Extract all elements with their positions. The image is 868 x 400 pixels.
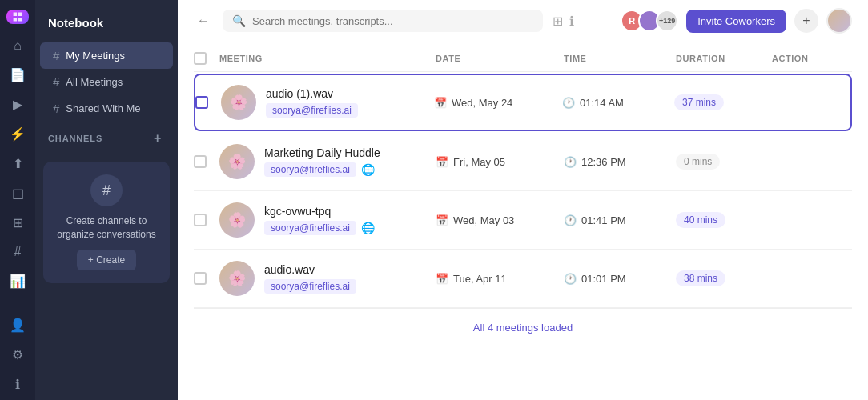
- meeting-email-badge: soorya@fireflies.ai: [264, 162, 356, 177]
- hash-icon: #: [53, 75, 59, 89]
- clock-icon: 🕐: [562, 97, 575, 109]
- time-cell: 🕐 01:41 PM: [564, 214, 676, 226]
- footer-loaded-text: All 4 meetings loaded: [194, 308, 852, 346]
- meeting-info: kgc-ovwu-tpq soorya@fireflies.ai 🌐: [264, 205, 375, 235]
- add-channel-button[interactable]: +: [151, 131, 165, 146]
- info-icon[interactable]: ℹ: [6, 377, 29, 392]
- meeting-thumbnail: 🌸: [219, 261, 255, 296]
- add-button[interactable]: +: [794, 9, 818, 33]
- create-channel-button[interactable]: + Create: [77, 250, 136, 270]
- all-meetings-label: All Meetings: [66, 76, 123, 88]
- date-col-header: DATE: [436, 54, 564, 63]
- channels-label: CHANNELS: [48, 134, 102, 143]
- duration-cell: 38 mins: [676, 270, 772, 286]
- table-row[interactable]: 🌸 kgc-ovwu-tpq soorya@fireflies.ai 🌐 📅 W…: [194, 191, 852, 250]
- document-icon[interactable]: 📄: [6, 67, 29, 82]
- time-cell: 🕐 01:01 PM: [564, 273, 676, 285]
- time-cell: 🕐 12:36 PM: [564, 156, 676, 168]
- date-cell: 📅 Wed, May 24: [434, 97, 562, 109]
- row-checkbox[interactable]: [194, 155, 219, 168]
- search-input[interactable]: [252, 15, 533, 27]
- user-icon[interactable]: 👤: [6, 318, 29, 333]
- hash-icon: #: [53, 49, 59, 62]
- date-cell: 📅 Wed, May 03: [436, 214, 564, 226]
- app-logo[interactable]: [6, 10, 29, 24]
- time-value: 12:36 PM: [581, 156, 626, 168]
- clock-icon: 🕐: [564, 156, 577, 168]
- table-header: MEETING DATE TIME DURATION ACTION: [194, 42, 852, 72]
- create-channel-description: Create channels to organize conversation…: [53, 214, 160, 242]
- duration-cell: 37 mins: [674, 94, 770, 110]
- date-value: Tue, Apr 11: [453, 273, 507, 285]
- table-row[interactable]: 🌸 audio (1).wav soorya@fireflies.ai 📅 We…: [194, 74, 852, 131]
- meeting-name: audio (1).wav: [266, 87, 358, 100]
- search-icon: 🔍: [232, 14, 246, 27]
- globe-icon: 🌐: [361, 222, 375, 234]
- user-avatar[interactable]: [826, 8, 852, 34]
- row-checkbox[interactable]: [194, 272, 219, 285]
- icon-sidebar: ⌂ 📄 ▶ ⚡ ⬆ ◫ ⊞ # 📊 👤 ⚙ ℹ: [0, 0, 35, 400]
- table-row[interactable]: 🌸 audio.wav soorya@fireflies.ai 📅 Tue, A…: [194, 250, 852, 308]
- time-value: 01:14 AM: [580, 97, 624, 109]
- meeting-name: kgc-ovwu-tpq: [264, 205, 375, 218]
- meeting-email-group: soorya@fireflies.ai 🌐: [264, 162, 380, 177]
- duration-cell: 0 mins: [676, 154, 772, 170]
- avatar-count: +129: [656, 10, 678, 32]
- time-cell: 🕐 01:14 AM: [562, 97, 674, 109]
- sidebar-item-my-meetings[interactable]: # My Meetings: [40, 42, 173, 69]
- row-checkbox[interactable]: [195, 96, 221, 109]
- meeting-cell: 🌸 audio (1).wav soorya@fireflies.ai: [221, 85, 434, 120]
- video-icon[interactable]: ▶: [6, 97, 29, 112]
- action-col-header: ACTION: [772, 54, 852, 63]
- calendar-icon: 📅: [436, 214, 448, 226]
- avatars-group: R +129: [621, 10, 678, 32]
- settings-icon[interactable]: ⚙: [6, 347, 29, 362]
- my-meetings-label: My Meetings: [66, 50, 125, 62]
- topbar: ← 🔍 ⊞ ℹ R +129 Invite Coworkers +: [178, 0, 868, 42]
- table-row[interactable]: 🌸 Marketing Daily Huddle soorya@fireflie…: [194, 133, 852, 191]
- date-value: Wed, May 24: [452, 97, 512, 109]
- meeting-thumbnail: 🌸: [219, 144, 255, 179]
- meeting-email-badge: soorya@fireflies.ai: [264, 279, 356, 294]
- select-all-checkbox[interactable]: [194, 52, 219, 65]
- home-icon[interactable]: ⌂: [6, 38, 29, 53]
- left-sidebar: Notebook # My Meetings # All Meetings # …: [35, 0, 178, 400]
- calendar-icon: 📅: [436, 156, 448, 168]
- grid-icon[interactable]: ⊞: [6, 215, 29, 230]
- table-area: MEETING DATE TIME DURATION ACTION 🌸 audi…: [178, 42, 868, 400]
- date-cell: 📅 Fri, May 05: [436, 156, 564, 168]
- channels-section-header: CHANNELS +: [35, 122, 178, 152]
- clock-icon: 🕐: [564, 214, 577, 226]
- time-value: 01:01 PM: [581, 273, 626, 285]
- globe-icon: 🌐: [361, 163, 375, 176]
- layers-icon[interactable]: ◫: [6, 186, 29, 201]
- hash-icon[interactable]: #: [6, 245, 29, 259]
- duration-badge: 37 mins: [674, 94, 724, 110]
- duration-badge: 0 mins: [676, 154, 720, 170]
- search-box: 🔍: [223, 10, 543, 32]
- lightning-icon[interactable]: ⚡: [6, 126, 29, 142]
- meeting-cell: 🌸 audio.wav soorya@fireflies.ai: [219, 261, 436, 296]
- invite-coworkers-button[interactable]: Invite Coworkers: [686, 10, 786, 33]
- upload-icon[interactable]: ⬆: [6, 156, 29, 171]
- sidebar-item-shared-with-me[interactable]: # Shared With Me: [40, 95, 173, 122]
- meeting-info: Marketing Daily Huddle soorya@fireflies.…: [264, 146, 380, 177]
- meeting-cell: 🌸 Marketing Daily Huddle soorya@fireflie…: [219, 144, 436, 179]
- row-checkbox[interactable]: [194, 214, 219, 226]
- meeting-info: audio (1).wav soorya@fireflies.ai: [266, 87, 358, 118]
- chart-icon[interactable]: 📊: [6, 274, 29, 289]
- duration-badge: 40 mins: [676, 212, 725, 228]
- meeting-name: Marketing Daily Huddle: [264, 146, 380, 159]
- meeting-email-group: soorya@fireflies.ai 🌐: [264, 221, 375, 235]
- topbar-icons: ⊞ ℹ: [553, 14, 574, 29]
- duration-col-header: DURATION: [676, 54, 772, 63]
- sidebar-item-all-meetings[interactable]: # All Meetings: [40, 69, 173, 95]
- meeting-email-badge: soorya@fireflies.ai: [266, 103, 358, 118]
- duration-cell: 40 mins: [676, 212, 772, 228]
- grid-filter-icon[interactable]: ⊞: [553, 14, 563, 29]
- calendar-icon: 📅: [434, 97, 447, 109]
- back-button[interactable]: ←: [194, 10, 213, 31]
- meeting-email-badge: soorya@fireflies.ai: [264, 221, 356, 235]
- info-help-icon[interactable]: ℹ: [569, 14, 574, 29]
- app-title: Notebook: [35, 10, 178, 42]
